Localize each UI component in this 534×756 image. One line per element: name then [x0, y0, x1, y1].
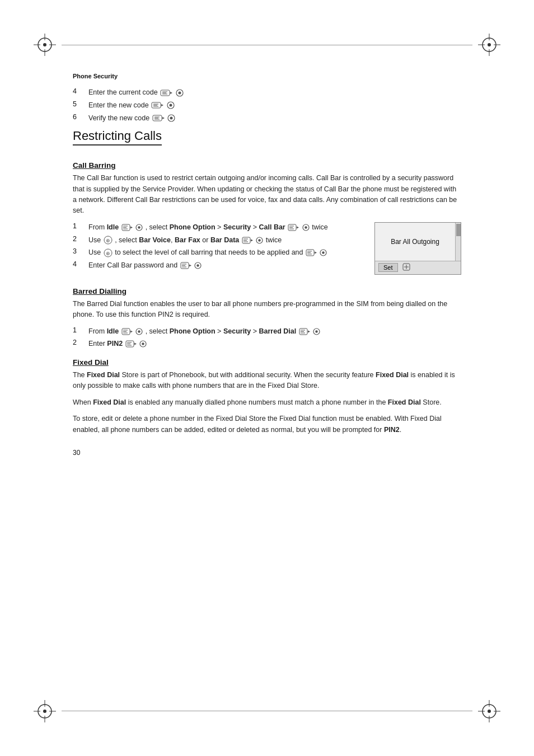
step-text: From Idle	[88, 222, 366, 233]
svg-point-35	[169, 104, 172, 107]
barred-dialling-body: The Barred Dial function enables the use…	[73, 299, 461, 321]
barred-dialling-steps: 1 From Idle	[73, 326, 461, 350]
page: Phone Security 4 Enter the current code	[0, 0, 534, 756]
svg-point-53	[305, 226, 307, 228]
scroll-icon	[152, 114, 165, 122]
fixed-dial-section: Fixed Dial The Fixed Dial Store is part …	[73, 358, 461, 435]
scroll-icon-small5	[180, 262, 191, 269]
scroll-icon-small	[121, 224, 133, 231]
corner-mark-top-right	[478, 34, 500, 56]
svg-point-41	[170, 117, 173, 120]
svg-point-84	[138, 330, 140, 332]
phone-ui-scrollbar	[455, 223, 461, 261]
list-item: 2 Use ⊕ , select Bar Voice, Bar Fax or B…	[73, 235, 366, 246]
list-item: 4 Enter Call Bar password and	[73, 260, 366, 271]
svg-point-69	[322, 252, 325, 254]
step-text: Enter Call Bar password and	[88, 260, 366, 271]
svg-point-5	[43, 43, 46, 46]
content-area: Phone Security 4 Enter the current code	[73, 73, 461, 683]
select-icon	[176, 89, 184, 97]
step-text: From Idle	[88, 326, 461, 337]
scroll-icon-bd	[121, 328, 133, 335]
svg-text:⊕: ⊕	[106, 238, 110, 243]
scroll-icon-small2	[288, 224, 299, 231]
list-item: 2 Enter PIN2	[73, 339, 461, 349]
step-num: 2	[73, 235, 88, 243]
section-heading-wrapper: Restricting Calls	[73, 129, 162, 145]
select-icon	[167, 101, 175, 109]
page-number: 30	[73, 449, 461, 457]
phone-ui-icon	[402, 263, 410, 273]
step-text: Verify the new code	[88, 113, 461, 124]
svg-text:⊕: ⊕	[106, 251, 110, 256]
call-barring-heading: Call Barring	[73, 161, 461, 170]
scroll-icon-bd3	[125, 340, 137, 348]
h-line-bottom	[62, 711, 472, 711]
svg-point-23	[488, 710, 491, 713]
corner-mark-bottom-left	[34, 700, 56, 722]
barred-dialling-heading: Barred Dialling	[73, 287, 461, 295]
phone-ui-set-button[interactable]: Set	[378, 263, 398, 272]
step-text: Enter the current code	[88, 87, 461, 98]
step-num: 1	[73, 222, 88, 230]
step-num: 4	[73, 87, 88, 95]
step-num: 5	[73, 100, 88, 108]
svg-point-17	[43, 710, 46, 713]
nav-icon: ⊕	[104, 236, 113, 245]
scroll-icon-bd2	[299, 328, 310, 335]
list-item: 1 From Idle	[73, 326, 461, 337]
step-num: 6	[73, 113, 88, 121]
call-barring-body: The Call Bar function is used to restric…	[73, 173, 461, 217]
step-text: Enter PIN2	[88, 339, 461, 349]
svg-point-47	[138, 226, 140, 228]
list-item: 6 Verify the new code	[73, 113, 461, 124]
scroll-icon-small4	[306, 249, 317, 256]
call-barring-steps-container: 1 From Idle	[73, 222, 461, 278]
nav-icon2: ⊕	[104, 248, 113, 257]
svg-point-90	[315, 330, 317, 332]
scroll-icon	[151, 101, 163, 109]
barred-dialling-section: Barred Dialling The Barred Dial function…	[73, 287, 461, 349]
svg-point-29	[178, 91, 181, 94]
fixed-dial-body1: The Fixed Dial Store is part of Phoneboo…	[73, 370, 461, 392]
step-num: 1	[73, 326, 88, 334]
step-text: Enter the new code	[88, 100, 461, 111]
phone-ui-box: Bar All Outgoing Set	[374, 222, 461, 275]
fixed-dial-body3: To store, edit or delete a phone number …	[73, 414, 461, 435]
select-icon-small2	[302, 224, 310, 231]
phone-ui-button-row: Set	[375, 261, 461, 274]
svg-point-75	[196, 265, 199, 267]
svg-point-96	[142, 343, 144, 345]
phone-ui-inner: Bar All Outgoing	[375, 223, 461, 261]
section-label: Phone Security	[73, 73, 461, 79]
phone-ui-content: Bar All Outgoing	[375, 223, 455, 261]
restricting-calls-heading: Restricting Calls	[73, 129, 162, 144]
select-icon-small	[135, 224, 143, 231]
select-icon-small3	[256, 237, 263, 244]
list-item: 1 From Idle	[73, 222, 366, 233]
list-item: 5 Enter the new code	[73, 100, 461, 111]
corner-mark-bottom-right	[478, 700, 500, 722]
select-icon	[167, 114, 175, 122]
h-line-top	[62, 45, 472, 45]
scroll-icon	[160, 89, 172, 97]
corner-mark-top-left	[34, 34, 56, 56]
select-icon-small4	[320, 249, 327, 256]
scrollbar-thumb	[456, 224, 461, 236]
step-num: 3	[73, 247, 88, 255]
select-icon-small5	[194, 262, 202, 269]
select-icon-bd2	[313, 328, 320, 335]
fixed-dial-body2: When Fixed Dial is enabled any manually …	[73, 397, 461, 408]
list-item: 4 Enter the current code	[73, 87, 461, 98]
svg-point-61	[259, 239, 261, 241]
step-num: 4	[73, 260, 88, 268]
call-barring-section: Call Barring The Call Bar function is us…	[73, 161, 461, 278]
phone-ui-text: Bar All Outgoing	[391, 238, 439, 246]
intro-steps: 4 Enter the current code	[73, 87, 461, 123]
svg-point-11	[488, 43, 491, 46]
fixed-dial-heading: Fixed Dial	[73, 358, 461, 367]
select-icon-bd	[135, 328, 143, 335]
scroll-icon-small3	[242, 237, 253, 244]
step-text: Use ⊕ , select Bar Voice, Bar Fax or Bar…	[88, 235, 366, 246]
restricting-calls-section: Restricting Calls	[73, 129, 461, 152]
